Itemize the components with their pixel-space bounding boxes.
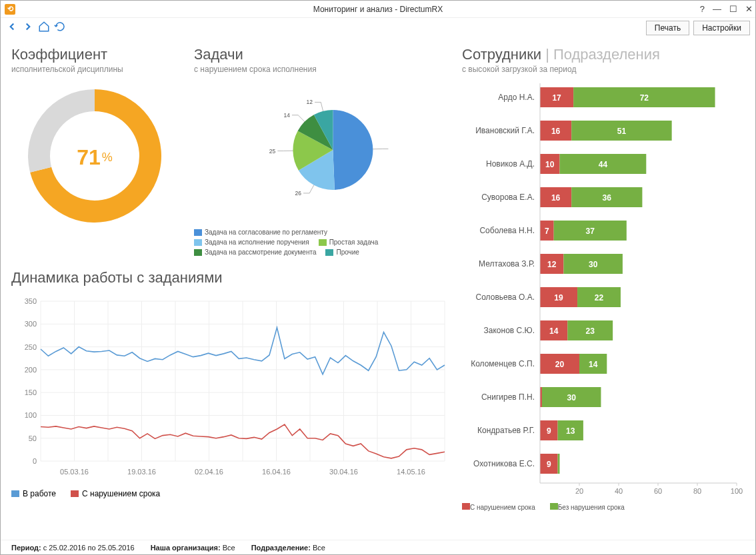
svg-text:16: 16 xyxy=(551,127,561,136)
svg-text:05.03.16: 05.03.16 xyxy=(60,468,89,476)
toolbar: Печать Настройки xyxy=(1,18,755,38)
svg-text:40: 40 xyxy=(615,487,623,494)
titlebar: ⟲ Мониторинг и анализ - DirectumRX ? — ☐… xyxy=(1,1,755,18)
svg-text:20: 20 xyxy=(555,360,565,369)
svg-text:Мелтахова З.Р.: Мелтахова З.Р. xyxy=(479,259,535,269)
donut-value: 71 xyxy=(77,145,101,170)
line-title: Динамика работы с заданиями xyxy=(11,269,451,286)
svg-text:50: 50 xyxy=(29,434,37,442)
pie-legend-item: Простая задача xyxy=(319,239,379,246)
bars-legend-2: Без нарушения срока xyxy=(558,504,625,511)
donut-widget: Коэффициент исполнительской дисциплины 7… xyxy=(11,46,178,256)
svg-text:14: 14 xyxy=(283,112,290,119)
svg-text:7: 7 xyxy=(545,227,549,236)
print-button[interactable]: Печать xyxy=(646,21,689,35)
svg-text:23: 23 xyxy=(586,326,595,336)
svg-text:26: 26 xyxy=(295,190,302,197)
donut-chart: 71 % xyxy=(25,86,165,229)
svg-text:19: 19 xyxy=(554,293,563,302)
svg-text:0: 0 xyxy=(33,457,37,465)
back-icon[interactable] xyxy=(6,21,18,35)
line-chart: 05010015020025030035005.03.1619.03.1602.… xyxy=(11,294,451,484)
pie-legend-item: Задача на исполнение поручения xyxy=(194,239,309,246)
status-dept: Подразделение: Все xyxy=(251,544,325,552)
home-icon[interactable] xyxy=(38,21,50,35)
bars-legend: С нарушением срока Без нарушения срока xyxy=(462,503,745,511)
svg-text:44: 44 xyxy=(599,160,608,169)
svg-rect-97 xyxy=(558,454,560,474)
pie-legend-item: Задача на рассмотрение документа xyxy=(194,249,316,256)
svg-text:30: 30 xyxy=(589,260,598,269)
svg-text:72: 72 xyxy=(640,93,649,103)
svg-text:Соловьева О.А.: Соловьева О.А. xyxy=(476,292,535,302)
svg-text:02.04.16: 02.04.16 xyxy=(195,468,223,476)
svg-text:60: 60 xyxy=(654,487,662,494)
app-icon: ⟲ xyxy=(5,4,15,15)
svg-text:350: 350 xyxy=(25,297,37,305)
svg-text:Кондратьев Р.Г.: Кондратьев Р.Г. xyxy=(477,426,535,435)
svg-text:Ивановский Г.А.: Ивановский Г.А. xyxy=(475,126,535,135)
svg-text:20: 20 xyxy=(575,487,583,494)
svg-text:Ардо Н.А.: Ардо Н.А. xyxy=(498,93,535,102)
svg-text:100: 100 xyxy=(731,487,743,494)
svg-text:14: 14 xyxy=(549,326,559,336)
employees-widget: Сотрудники|Подразделения с высокой загру… xyxy=(462,46,745,537)
svg-text:16: 16 xyxy=(551,193,561,203)
svg-text:Коломенцев С.П.: Коломенцев С.П. xyxy=(471,359,535,368)
svg-text:12: 12 xyxy=(307,99,313,105)
svg-text:16.04.16: 16.04.16 xyxy=(262,468,291,476)
svg-text:Соболева Н.Н.: Соболева Н.Н. xyxy=(479,226,535,235)
settings-button[interactable]: Настройки xyxy=(693,21,750,35)
pie-legend-item: Задача на согласование по регламенту xyxy=(194,229,327,236)
svg-text:30.04.16: 30.04.16 xyxy=(329,468,358,476)
svg-text:13: 13 xyxy=(566,426,575,436)
svg-text:Законов С.Ю.: Законов С.Ю. xyxy=(484,326,535,335)
svg-text:200: 200 xyxy=(25,366,37,374)
statusbar: Период: с 25.02.2016 по 25.05.2016 Наша … xyxy=(1,540,755,554)
svg-text:12: 12 xyxy=(547,260,557,269)
employees-bar-chart: Ардо Н.А.1772Ивановский Г.А.1651Новиков … xyxy=(462,74,745,496)
pie-widget: Задачи с нарушением срока исполнения 752… xyxy=(194,46,451,256)
forward-icon[interactable] xyxy=(22,21,34,35)
status-period: Период: с 25.02.2016 по 25.05.2016 xyxy=(11,544,135,552)
donut-title: Коэффициент xyxy=(11,46,178,63)
donut-percent: % xyxy=(102,151,113,165)
svg-text:14.05.16: 14.05.16 xyxy=(397,468,425,476)
help-icon[interactable]: ? xyxy=(700,4,705,14)
svg-text:9: 9 xyxy=(547,460,551,469)
pie-legend: Задача на согласование по регламентуЗада… xyxy=(194,229,451,256)
maximize-icon[interactable]: ☐ xyxy=(729,4,737,14)
line-legend: В работе С нарушением срока xyxy=(11,489,451,498)
bars-legend-1: С нарушением срока xyxy=(470,504,535,511)
line-legend-2: С нарушением срока xyxy=(82,489,160,498)
line-widget: Динамика работы с заданиями 050100150200… xyxy=(11,269,451,498)
svg-text:25: 25 xyxy=(269,148,276,155)
svg-text:Снигирев П.Н.: Снигирев П.Н. xyxy=(481,392,535,402)
svg-text:300: 300 xyxy=(25,320,37,328)
minimize-icon[interactable]: — xyxy=(713,4,721,14)
refresh-icon[interactable] xyxy=(54,21,66,35)
tab-employees[interactable]: Сотрудники xyxy=(462,46,541,63)
svg-text:14: 14 xyxy=(589,360,598,369)
window-title: Мониторинг и анализ - DirectumRX xyxy=(313,5,443,14)
tab-departments[interactable]: Подразделения xyxy=(553,46,660,63)
employees-subtitle: с высокой загрузкой за период xyxy=(462,65,745,74)
svg-text:10: 10 xyxy=(545,160,555,169)
svg-text:100: 100 xyxy=(25,411,37,419)
svg-text:30: 30 xyxy=(567,393,577,402)
svg-text:22: 22 xyxy=(595,293,604,302)
pie-subtitle: с нарушением срока исполнения xyxy=(194,65,451,74)
donut-subtitle: исполнительской дисциплины xyxy=(11,65,178,74)
line-legend-1: В работе xyxy=(23,489,56,498)
svg-text:80: 80 xyxy=(693,487,701,494)
svg-text:Суворова Е.А.: Суворова Е.А. xyxy=(481,193,535,202)
svg-text:51: 51 xyxy=(617,127,627,136)
svg-text:150: 150 xyxy=(25,388,37,396)
pie-title: Задачи xyxy=(194,46,451,63)
close-icon[interactable]: ✕ xyxy=(745,4,753,14)
svg-text:Охотникова Е.С.: Охотникова Е.С. xyxy=(473,459,535,468)
svg-text:17: 17 xyxy=(552,93,561,103)
pie-chart: 7526251412 xyxy=(256,83,389,219)
status-org: Наша организация: Все xyxy=(151,544,235,552)
svg-text:9: 9 xyxy=(547,426,551,436)
